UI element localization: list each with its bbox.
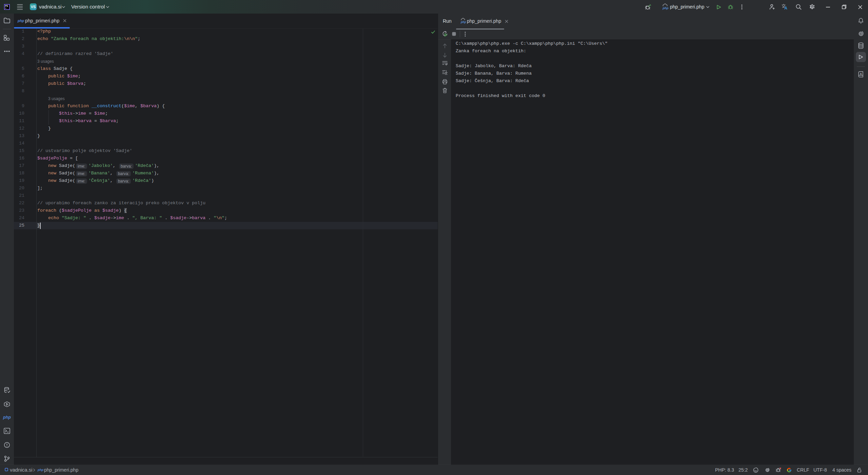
svg-text:A: A [784,6,787,10]
svg-text:php: php [662,6,669,10]
svg-text:PS: PS [5,5,8,7]
svg-text:A: A [860,72,862,75]
svg-text:php: php [460,20,466,24]
